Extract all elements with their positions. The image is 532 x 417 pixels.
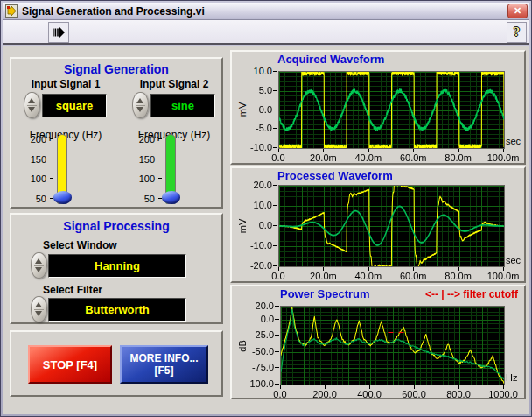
slider-tick-150: 150	[129, 154, 155, 165]
x-tick-mark	[413, 267, 414, 271]
y-tick-mark	[275, 384, 279, 385]
y-tick-mark	[273, 245, 277, 246]
select-window-value-text: Hanning	[94, 259, 140, 272]
stop-button-label: STOP [F4]	[43, 358, 97, 371]
y-tick-label: 10.0	[235, 66, 272, 76]
slider-tick-50: 50	[129, 194, 155, 204]
x-tick-mark	[323, 149, 324, 152]
y-tick-mark	[273, 90, 277, 91]
x-tick-mark	[280, 385, 281, 389]
x-tick-mark	[323, 267, 324, 271]
y-tick-label: -25.0	[237, 329, 274, 340]
y-tick-label: -10.0	[235, 142, 272, 152]
vi-icon	[5, 4, 18, 18]
processed-waveform-plot[interactable]	[278, 185, 505, 267]
y-tick-label: 20.0	[237, 300, 274, 311]
run-arrow-icon	[52, 26, 66, 39]
y-tick-mark	[275, 306, 279, 307]
spinner-down-icon	[35, 311, 42, 316]
y-tick-label: -5.0	[235, 123, 272, 133]
y-tick-label: -10.0	[235, 240, 272, 251]
x-tick-mark	[325, 385, 326, 389]
y-tick-mark	[275, 335, 279, 336]
x-tick-mark	[278, 149, 279, 152]
title-bar: Signal Generation and Processing.vi ✕	[3, 3, 529, 20]
slider-thumb-1[interactable]	[53, 191, 72, 204]
x-tick-label: 60.0m	[390, 152, 436, 163]
input-signal-1-value[interactable]: square	[42, 94, 107, 117]
select-window-value[interactable]: Hanning	[48, 254, 186, 278]
power-spectrum-graph: Power Spectrum <-- | --> filter cutoff d…	[230, 285, 526, 399]
spinner-up-icon	[35, 302, 42, 307]
y-tick-mark	[273, 147, 277, 148]
y-tick-mark	[275, 351, 279, 352]
x-tick-label: 100.0m	[480, 152, 526, 163]
buttons-panel: STOP [F4] MORE INFO... [F5]	[10, 330, 223, 397]
y-tick-mark	[273, 225, 277, 226]
front-panel: Signal Generation Input Signal 1 square …	[3, 46, 529, 414]
input-signal-1-spinner[interactable]	[24, 92, 40, 118]
x-tick-label: 0.0	[256, 152, 301, 163]
select-filter-value[interactable]: Butterworth	[48, 298, 186, 322]
y-tick-label: 5.0	[235, 85, 272, 95]
signal-generation-panel: Signal Generation Input Signal 1 square …	[10, 57, 223, 208]
more-info-button[interactable]: MORE INFO... [F5]	[120, 345, 208, 384]
x-tick-mark	[503, 149, 504, 152]
spinner-up-icon	[28, 98, 35, 103]
spinner-up-icon	[35, 258, 42, 264]
x-tick-mark	[503, 385, 504, 389]
acquired-waveform-plot[interactable]	[278, 71, 505, 149]
y-tick-label: 0.0	[235, 104, 272, 115]
signal-processing-title: Signal Processing	[11, 219, 221, 233]
x-tick-label: 80.0m	[436, 152, 481, 163]
x-tick-mark	[369, 385, 370, 389]
input-signal-2-spinner[interactable]	[132, 92, 149, 118]
y-tick-label: -50.0	[237, 346, 274, 357]
select-window-spinner[interactable]	[31, 252, 47, 279]
y-tick-label: 0.0	[237, 314, 274, 324]
input-signal-1-value-text: square	[56, 99, 94, 112]
y-tick-label: -100.0	[237, 378, 274, 389]
power-spectrum-plot[interactable]	[280, 306, 505, 385]
x-tick-label: 1000.0	[480, 389, 526, 399]
y-tick-mark	[273, 128, 277, 129]
select-filter-value-text: Butterworth	[85, 303, 150, 316]
slider-tick-100: 100	[129, 173, 155, 184]
spinner-down-icon	[28, 107, 35, 112]
x-tick-label: 600.0	[391, 389, 437, 399]
application-window: Signal Generation and Processing.vi ✕ ? …	[0, 0, 532, 417]
processed-waveform-graph: Processed Waveform mV sec 20.010.00.0-10…	[230, 166, 526, 283]
spinner-down-icon	[35, 267, 42, 272]
x-tick-label: 20.0m	[300, 152, 346, 163]
stop-button[interactable]: STOP [F4]	[28, 345, 112, 384]
slider-tick-200: 200	[20, 134, 46, 145]
input-signal-2-group: Input Signal 2 sine Frequency (Hz) 200 1…	[125, 59, 223, 207]
select-filter-spinner[interactable]	[31, 296, 47, 322]
spinner-up-icon	[136, 98, 144, 103]
input-signal-2-value[interactable]: sine	[150, 94, 215, 117]
help-button[interactable]: ?	[507, 22, 527, 43]
x-tick-mark	[458, 385, 459, 389]
y-tick-label: 0.0	[235, 220, 272, 230]
more-info-label-line2: [F5]	[155, 364, 174, 377]
spinner-down-icon	[136, 107, 144, 112]
chart-title: Processed Waveform	[277, 169, 393, 182]
slider-tick-200: 200	[129, 134, 155, 145]
run-button[interactable]	[48, 22, 69, 43]
y-tick-label: -20.0	[235, 260, 272, 271]
y-tick-mark	[273, 205, 277, 206]
chart-title: Acquired Waveform	[277, 53, 384, 66]
close-icon: ✕	[514, 5, 522, 17]
x-tick-mark	[503, 267, 504, 271]
x-axis-unit: sec	[506, 255, 521, 265]
chart-title: Power Spectrum	[280, 287, 370, 300]
slider-thumb-2[interactable]	[162, 191, 180, 204]
x-tick-label: 100.0m	[480, 271, 526, 281]
x-tick-label: 200.0	[302, 389, 347, 399]
x-tick-label: 0.0	[256, 271, 301, 281]
y-tick-mark	[273, 185, 277, 186]
close-button[interactable]: ✕	[508, 4, 528, 18]
x-tick-mark	[368, 149, 369, 152]
help-icon: ?	[514, 25, 520, 39]
y-tick-label: 20.0	[235, 180, 272, 190]
